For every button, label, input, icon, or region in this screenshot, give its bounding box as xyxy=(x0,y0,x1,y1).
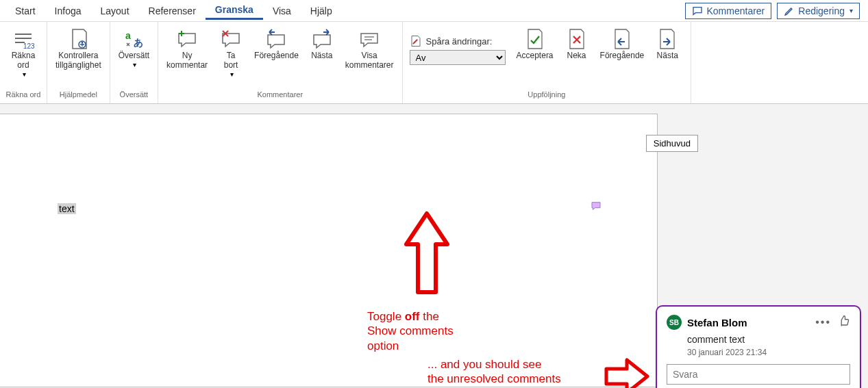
next-change-icon xyxy=(656,28,678,50)
group-tracking: Spåra ändringar: Av Acceptera Neka Föreg… xyxy=(403,22,692,103)
group-comments: Ny kommentar Ta bort ▾ Föregående Nästa … xyxy=(158,22,402,103)
annotation-toggle: Toggle off the Show comments option xyxy=(367,309,454,353)
comments-button[interactable]: Kommentarer xyxy=(685,3,771,19)
pencil-icon xyxy=(784,5,795,16)
group-wordcount: 123 Räkna ord ▾ Räkna ord xyxy=(0,22,47,103)
svg-text:123: 123 xyxy=(23,42,34,50)
tab-start[interactable]: Start xyxy=(5,3,45,19)
comment-author: Stefan Blom xyxy=(687,317,810,328)
prev-comment-icon xyxy=(265,28,287,50)
avatar: SB xyxy=(667,315,682,330)
more-icon[interactable]: ••• xyxy=(815,316,831,328)
chevron-down-icon: ▾ xyxy=(133,61,136,68)
show-comments-icon xyxy=(358,28,380,50)
tab-visa[interactable]: Visa xyxy=(263,3,301,19)
next-change-button[interactable]: Nästa xyxy=(648,24,686,64)
ribbon: 123 Räkna ord ▾ Räkna ord Kontrollera ti… xyxy=(0,22,868,104)
prev-comment-button[interactable]: Föregående xyxy=(250,24,303,64)
next-comment-icon xyxy=(311,28,333,50)
track-changes-label: Spåra ändringar: xyxy=(426,36,493,47)
comment-text: comment text xyxy=(687,334,850,345)
svg-rect-0 xyxy=(15,34,32,35)
new-comment-button[interactable]: Ny kommentar xyxy=(162,24,212,73)
document-text[interactable]: text xyxy=(58,203,76,214)
reject-icon xyxy=(566,28,588,50)
chevron-down-icon: ▾ xyxy=(23,70,26,78)
group-accessibility: Kontrollera tillgänglighet Hjälpmedel xyxy=(47,22,110,103)
accessibility-icon xyxy=(67,28,89,50)
svg-text:a: a xyxy=(125,30,131,41)
translate-button[interactable]: aあ Översätt ▾ xyxy=(114,24,153,71)
editing-mode-button[interactable]: Redigering ▾ xyxy=(777,3,860,19)
comment-icon xyxy=(692,5,703,16)
new-comment-icon xyxy=(176,28,198,50)
next-comment-button[interactable]: Nästa xyxy=(303,24,341,64)
wordcount-button[interactable]: 123 Räkna ord ▾ xyxy=(4,24,42,81)
annotation-arrow-up xyxy=(403,210,451,299)
tab-help[interactable]: Hjälp xyxy=(301,3,342,19)
prev-change-button[interactable]: Föregående xyxy=(596,24,649,64)
translate-icon: aあ xyxy=(123,28,145,50)
svg-rect-1 xyxy=(15,38,32,39)
comment-date: 30 januari 2023 21:34 xyxy=(687,348,850,357)
tab-granska[interactable]: Granska xyxy=(206,1,263,20)
tab-referenser[interactable]: Referenser xyxy=(139,3,206,19)
chevron-down-icon: ▾ xyxy=(230,70,234,78)
header-tag[interactable]: Sidhuvud xyxy=(646,135,698,152)
reject-button[interactable]: Neka xyxy=(558,24,596,64)
wordcount-icon: 123 xyxy=(12,28,34,50)
svg-text:あ: あ xyxy=(134,37,143,48)
svg-point-5 xyxy=(82,42,84,44)
accept-icon xyxy=(524,28,546,50)
document-page[interactable]: Sidhuvud text xyxy=(0,114,658,387)
chevron-down-icon: ▾ xyxy=(850,7,853,14)
delete-comment-button[interactable]: Ta bort ▾ xyxy=(212,24,250,81)
prev-change-icon xyxy=(611,28,633,50)
track-changes-icon xyxy=(410,35,422,47)
document-area: Sidhuvud text Toggle off the Show commen… xyxy=(0,104,868,388)
accept-button[interactable]: Acceptera xyxy=(512,24,558,64)
ribbon-tabs: Start Infoga Layout Referenser Granska V… xyxy=(0,0,868,22)
tab-layout[interactable]: Layout xyxy=(91,3,139,19)
group-translate: aあ Översätt ▾ Översätt xyxy=(110,22,158,103)
tab-infoga[interactable]: Infoga xyxy=(45,3,91,19)
accessibility-button[interactable]: Kontrollera tillgänglighet xyxy=(51,24,106,73)
annotation-arrow-right xyxy=(603,357,651,388)
track-changes-select[interactable]: Av xyxy=(410,50,506,65)
comment-marker-icon[interactable] xyxy=(591,201,602,214)
delete-comment-icon xyxy=(220,28,242,50)
reply-input[interactable] xyxy=(667,364,850,385)
comment-card[interactable]: SB Stefan Blom ••• comment text 30 janua… xyxy=(656,305,861,388)
show-comments-button[interactable]: Visa kommentarer xyxy=(341,24,398,73)
annotation-see: ... and you should see the unresolved co… xyxy=(427,357,561,388)
like-icon[interactable] xyxy=(838,315,850,330)
